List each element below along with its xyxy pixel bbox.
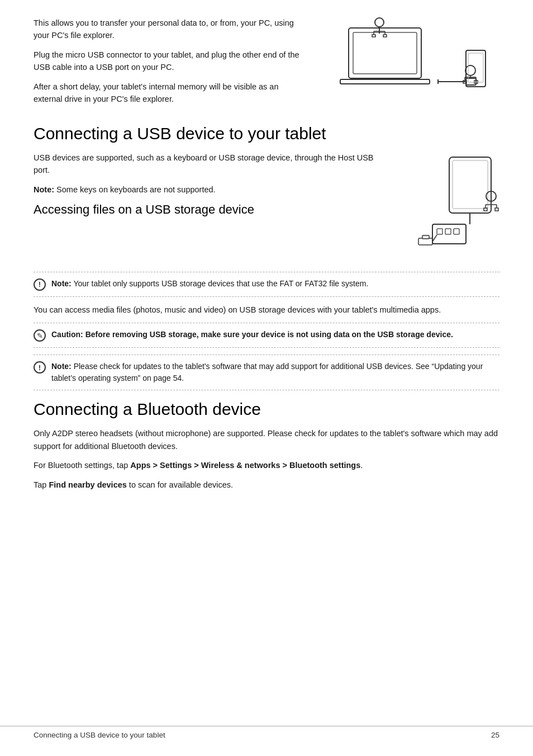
bluetooth-body2-post: . (360, 461, 363, 470)
bluetooth-body2-pre: For Bluetooth settings, tap (34, 461, 130, 470)
note2-prefix: Note: (51, 279, 72, 288)
svg-point-13 (465, 65, 475, 75)
bluetooth-body3: Tap Find nearby devices to scan for avai… (34, 479, 499, 491)
usb-body1: USB devices are supported, such as a key… (34, 152, 377, 177)
usb-note1: Note: Some keys on keyboards are not sup… (34, 183, 377, 196)
note-icon-3: ! (34, 361, 46, 374)
page-footer: Connecting a USB device to your tablet 2… (0, 726, 533, 739)
note-content-fat: Note: Your tablet only supports USB stor… (51, 278, 499, 290)
caution-prefix: Caution: (51, 330, 83, 339)
footer-left: Connecting a USB device to your tablet (34, 731, 165, 739)
usb-section: Connecting a USB device to your tablet U… (34, 124, 499, 390)
note3-prefix: Note: (51, 362, 72, 371)
svg-rect-9 (383, 35, 387, 37)
note3-content: Note: Please check for updates to the ta… (51, 361, 499, 384)
top-illustration (321, 17, 499, 112)
bluetooth-body1: Only A2DP stereo headsets (without micro… (34, 427, 499, 452)
caution-content: Caution: Before removing USB storage, ma… (51, 329, 499, 341)
svg-rect-37 (422, 235, 429, 239)
note3-text: Please check for updates to the tablet's… (51, 362, 483, 382)
bluetooth-body3-pre: Tap (34, 480, 49, 489)
intro-para-2: Plug the micro USB connector to your tab… (34, 49, 310, 74)
intro-para-1: This allows you to transfer your persona… (34, 17, 310, 42)
intro-para-3: After a short delay, your tablet's inter… (34, 81, 310, 106)
bluetooth-body2-bold: Apps > Settings > Wireless & networks > … (130, 461, 360, 470)
usb-note1-text: Some keys on keyboards are not supported… (54, 185, 216, 194)
caution-box: ✎ Caution: Before removing USB storage, … (34, 323, 499, 348)
note2-text: Your tablet only supports USB storage de… (72, 279, 369, 288)
caution-text: Before removing USB storage, make sure y… (83, 330, 453, 339)
footer-right: 25 (491, 731, 499, 739)
usb-section-title: Connecting a USB device to your tablet (34, 124, 499, 144)
note-box-updates: ! Note: Please check for updates to the … (34, 355, 499, 390)
svg-rect-1 (353, 32, 417, 74)
page: This allows you to transfer your persona… (0, 0, 533, 756)
top-section: This allows you to transfer your persona… (34, 17, 499, 112)
bluetooth-section: Connecting a Bluetooth device Only A2DP … (34, 399, 499, 491)
laptop-usb-diagram (332, 17, 488, 106)
svg-line-38 (432, 235, 437, 242)
usb-note1-prefix: Note: (34, 185, 54, 194)
note-box-fat: ! Note: Your tablet only supports USB st… (34, 272, 499, 297)
svg-rect-25 (437, 229, 442, 234)
svg-rect-27 (454, 229, 459, 234)
svg-rect-35 (495, 208, 498, 211)
note-icon-1: ! (34, 278, 46, 291)
svg-rect-23 (453, 160, 488, 209)
bluetooth-section-title: Connecting a Bluetooth device (34, 399, 499, 419)
svg-point-3 (375, 18, 384, 27)
bluetooth-body3-post: to scan for available devices. (127, 480, 233, 489)
svg-rect-26 (445, 229, 451, 234)
svg-rect-22 (449, 157, 491, 213)
svg-rect-2 (340, 79, 430, 84)
caution-icon: ✎ (34, 329, 46, 342)
usb-access-title: Accessing files on a USB storage device (34, 202, 377, 217)
svg-rect-8 (372, 35, 375, 37)
svg-rect-0 (349, 28, 421, 78)
bluetooth-body2: For Bluetooth settings, tap Apps > Setti… (34, 459, 499, 471)
svg-rect-36 (418, 238, 432, 245)
intro-text: This allows you to transfer your persona… (34, 17, 310, 112)
tablet-usb-diagram (388, 152, 499, 263)
usb-body2: You can access media files (photos, musi… (34, 304, 499, 316)
svg-rect-34 (484, 208, 487, 211)
bluetooth-body3-bold: Find nearby devices (49, 480, 126, 489)
